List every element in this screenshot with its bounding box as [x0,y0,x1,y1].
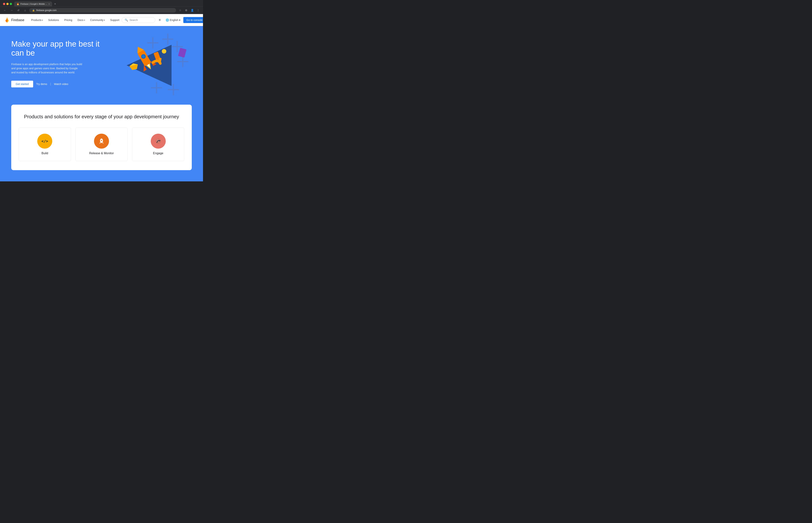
nav-support[interactable]: Support [108,17,122,23]
forward-button[interactable]: → [9,8,14,13]
home-button[interactable]: ⌂ [22,8,28,13]
address-bar: ← → ↺ ⌂ 🔒 firebase.google.com ☆ ⚙ 👤 ⋮ [0,6,203,14]
firebase-flame-icon [4,17,10,23]
products-section: Products and solutions for every stage o… [0,105,203,181]
products-grid: </> Build [19,127,184,161]
hero-title: Make your app the best it can be [11,39,105,58]
release-label: Release & Monitor [89,151,114,155]
release-icon [94,134,109,149]
hero-rocket-svg [100,30,194,101]
language-label: English [170,19,178,21]
products-section-title: Products and solutions for every stage o… [19,114,184,120]
chevron-down-icon: ▾ [84,19,85,21]
engage-icon [151,134,166,149]
nav-links: Products ▾ Solutions Pricing Docs ▾ Comm… [29,17,122,23]
url-text: firebase.google.com [36,9,56,12]
build-icon: </> [37,134,52,149]
more-icon[interactable]: ⋮ [195,8,201,13]
tab-bar: 🔥 Firebase | Google's Mobile ... ✕ + [0,0,203,6]
globe-icon: 🌐 [166,19,169,21]
traffic-lights [1,3,14,5]
svg-text:</>: </> [41,139,48,143]
theme-toggle-button[interactable]: ☀ [157,17,163,23]
hero-actions: Get started Try demo | Watch video [11,81,105,87]
hero-content: Make your app the best it can be Firebas… [11,39,105,87]
extension-icon[interactable]: ⚙ [183,8,189,13]
nav-right: 🔍 Search ☀ 🌐 English ▾ Go to console ⋮ [122,17,203,23]
svg-point-25 [162,49,166,54]
search-bar[interactable]: 🔍 Search [122,17,155,23]
browser-actions: ☆ ⚙ 👤 ⋮ [178,8,201,13]
nav-docs[interactable]: Docs ▾ [75,17,87,23]
divider: | [50,83,51,86]
engage-label: Engage [153,151,163,155]
lock-icon: 🔒 [32,9,35,12]
go-to-console-button[interactable]: Go to console [183,17,203,23]
hero-section: Make your app the best it can be Firebas… [0,26,203,105]
navbar: Firebase Products ▾ Solutions Pricing Do… [0,14,203,26]
tab-close-icon[interactable]: ✕ [48,3,50,5]
new-tab-button[interactable]: + [53,1,57,6]
try-demo-link[interactable]: Try demo [36,83,47,86]
active-tab[interactable]: 🔥 Firebase | Google's Mobile ... ✕ [14,1,52,6]
back-button[interactable]: ← [2,8,7,13]
minimize-traffic-light[interactable] [6,3,8,5]
nav-solutions[interactable]: Solutions [46,17,61,23]
svg-point-32 [101,140,102,141]
firebase-logo[interactable]: Firebase [4,17,24,23]
url-bar[interactable]: 🔒 firebase.google.com [29,8,176,13]
firebase-logo-text: Firebase [11,18,24,22]
reload-button[interactable]: ↺ [16,8,21,13]
language-selector[interactable]: 🌐 English ▾ [164,18,182,22]
tab-favicon-icon: 🔥 [17,3,19,5]
tab-title: Firebase | Google's Mobile ... [20,3,47,5]
chevron-down-icon: ▾ [104,19,105,21]
browser-chrome: 🔥 Firebase | Google's Mobile ... ✕ + ← →… [0,0,203,14]
watch-video-link[interactable]: Watch video [54,83,68,86]
hero-description: Firebase is an app development platform … [11,62,83,75]
svg-rect-26 [178,48,187,58]
hero-illustration [91,26,203,105]
search-icon: 🔍 [125,19,128,21]
bookmark-icon[interactable]: ☆ [178,8,183,13]
chevron-down-icon: ▾ [179,19,180,21]
profile-icon[interactable]: 👤 [190,8,195,13]
nav-pricing[interactable]: Pricing [62,17,74,23]
get-started-button[interactable]: Get started [11,81,33,87]
search-placeholder: Search [129,19,138,21]
chevron-down-icon: ▾ [42,19,43,21]
nav-community[interactable]: Community ▾ [88,17,107,23]
product-item-release[interactable]: Release & Monitor [75,127,128,161]
product-item-engage[interactable]: Engage [132,127,184,161]
nav-products[interactable]: Products ▾ [29,17,45,23]
products-card: Products and solutions for every stage o… [11,105,192,170]
website: Firebase Products ▾ Solutions Pricing Do… [0,14,203,181]
product-item-build[interactable]: </> Build [19,127,71,161]
maximize-traffic-light[interactable] [10,3,12,5]
build-label: Build [41,151,48,155]
close-traffic-light[interactable] [3,3,5,5]
